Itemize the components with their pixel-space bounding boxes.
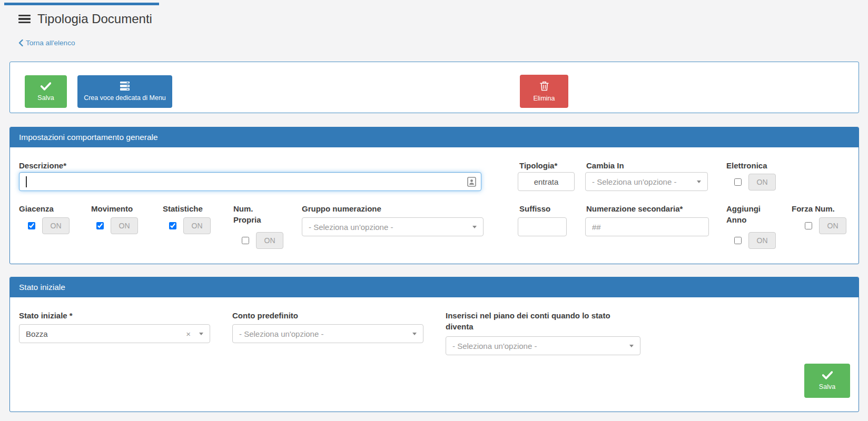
movimento-checkbox[interactable] <box>96 222 104 229</box>
clear-selection-icon[interactable]: × <box>186 330 191 338</box>
forza-num-toggle[interactable]: ON <box>819 217 846 234</box>
elettronica-checkbox[interactable] <box>734 178 742 186</box>
caret-down-icon <box>697 181 701 183</box>
gruppo-numerazione-label: Gruppo numerazione <box>302 203 381 214</box>
forza-num-checkbox[interactable] <box>805 222 812 229</box>
save-bottom-button[interactable]: Salva <box>804 364 850 398</box>
gruppo-numerazione-value: - Seleziona un'opzione - <box>309 223 472 232</box>
general-settings-panel-title: Impostazioni comportamento generale <box>10 127 859 147</box>
stato-iniziale-value: Bozza <box>26 329 186 338</box>
save-button[interactable]: Salva <box>25 75 67 108</box>
create-menu-entry-label: Crea voce dedicata di Menu <box>84 94 166 102</box>
num-propria-toggle[interactable]: ON <box>256 232 283 249</box>
aggiungi-anno-toggle[interactable]: ON <box>748 232 776 249</box>
conto-predefinito-select[interactable]: - Seleziona un'opzione - <box>232 324 423 343</box>
text-cursor <box>26 176 27 187</box>
gruppo-numerazione-select[interactable]: - Seleziona un'opzione - <box>302 217 484 236</box>
save-button-label: Salva <box>37 94 54 102</box>
stato-iniziale-label: Stato iniziale * <box>19 310 73 321</box>
trash-icon <box>540 81 549 91</box>
action-toolbar: Salva Crea voce dedicata di Menu Elimina <box>9 62 859 113</box>
num-propria-checkbox[interactable] <box>242 237 249 244</box>
delete-button-label: Elimina <box>534 95 555 102</box>
active-tab-indicator <box>4 3 159 5</box>
descrizione-label: Descrizione* <box>19 160 66 171</box>
statistiche-checkbox[interactable] <box>169 222 176 229</box>
back-link-label: Torna all'elenco <box>26 39 75 47</box>
inserisci-piano-label: Inserisci nel piano dei conti quando lo … <box>446 310 638 332</box>
tipologia-label: Tipologia* <box>519 160 557 171</box>
page-title: Tipologia Documenti <box>37 12 152 26</box>
caret-down-icon <box>199 333 203 335</box>
check-icon <box>822 371 833 379</box>
cambia-in-label: Cambia In <box>586 160 624 171</box>
chevron-left-icon <box>18 39 23 46</box>
aggiungi-anno-checkbox[interactable] <box>734 237 742 244</box>
caret-down-icon <box>412 333 417 335</box>
caret-down-icon <box>629 345 634 347</box>
general-settings-panel: Impostazioni comportamento generale Desc… <box>9 127 859 264</box>
movimento-toggle[interactable]: ON <box>111 217 138 234</box>
cambia-in-value: - Seleziona un'opzione - <box>592 177 697 186</box>
elettronica-toggle[interactable]: ON <box>748 174 776 191</box>
tipologia-input[interactable] <box>518 172 575 191</box>
forza-num-label: Forza Num. <box>792 203 850 214</box>
initial-state-panel: Stato iniziale Stato iniziale * Bozza × … <box>9 277 859 412</box>
page: Tipologia Documenti Torna all'elenco Sal… <box>0 0 868 421</box>
giacenza-toggle[interactable]: ON <box>42 217 70 234</box>
stato-iniziale-select[interactable]: Bozza × <box>19 324 210 343</box>
statistiche-label: Statistiche <box>163 203 203 214</box>
descrizione-input[interactable] <box>19 172 481 191</box>
menu-icon[interactable] <box>18 15 31 24</box>
suffisso-input[interactable] <box>518 217 567 236</box>
initial-state-panel-title: Stato iniziale <box>10 277 859 297</box>
inserisci-piano-select[interactable]: - Seleziona un'opzione - <box>446 336 640 355</box>
conto-predefinito-label: Conto predefinito <box>232 310 298 321</box>
giacenza-checkbox[interactable] <box>28 222 35 229</box>
suffisso-label: Suffisso <box>519 203 550 214</box>
statistiche-toggle[interactable]: ON <box>183 217 211 234</box>
app-header: Tipologia Documenti <box>18 12 152 26</box>
numerazione-secondaria-input[interactable] <box>585 217 709 236</box>
movimento-label: Movimento <box>91 203 133 214</box>
check-icon <box>41 82 51 91</box>
menu-list-icon <box>119 82 131 91</box>
inserisci-piano-value: - Seleziona un'opzione - <box>452 342 629 350</box>
back-to-list-link[interactable]: Torna all'elenco <box>18 39 75 47</box>
conto-predefinito-value: - Seleziona un'opzione - <box>239 329 412 338</box>
num-propria-label: Num. Propria <box>233 203 270 225</box>
save-bottom-button-label: Salva <box>819 383 835 390</box>
elettronica-label: Elettronica <box>726 160 767 171</box>
cambia-in-select[interactable]: - Seleziona un'opzione - <box>585 172 708 191</box>
autofill-icon[interactable] <box>467 177 476 187</box>
aggiungi-anno-label: Aggiungi Anno <box>726 203 766 225</box>
giacenza-label: Giacenza <box>19 203 54 214</box>
delete-button[interactable]: Elimina <box>520 75 568 108</box>
create-menu-entry-button[interactable]: Crea voce dedicata di Menu <box>77 75 172 108</box>
numerazione-secondaria-label: Numerazione secondaria* <box>586 203 683 214</box>
caret-down-icon <box>472 226 477 228</box>
